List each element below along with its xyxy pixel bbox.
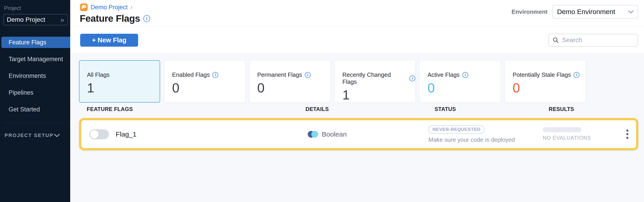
flag-stat-cards: All Flags 1 Enabled Flags i 0 Permanent … xyxy=(79,60,638,100)
card-label: Enabled Flags xyxy=(172,71,210,78)
sidebar-item-get-started[interactable]: Get Started xyxy=(0,104,70,115)
sidebar-divider xyxy=(4,123,66,123)
flag-results-cell: NO EVALUATIONS xyxy=(542,127,619,141)
breadcrumb-project-link[interactable]: Demo Project xyxy=(90,4,128,11)
boolean-type-icon xyxy=(308,131,318,138)
column-header-status: STATUS xyxy=(426,106,540,112)
page-title: Feature Flags xyxy=(80,13,140,24)
column-header-details: DETAILS xyxy=(306,106,426,112)
card-value: 1 xyxy=(342,87,415,102)
column-header-feature-flags: FEATURE FLAGS xyxy=(79,106,306,112)
project-setup-section[interactable]: PROJECT SETUP xyxy=(0,132,70,138)
project-label: Project xyxy=(4,5,70,11)
environment-picker: Environment Demo Environment xyxy=(512,5,638,18)
sidebar-item-environments[interactable]: Environments xyxy=(0,70,70,82)
card-value: 0 xyxy=(428,80,500,95)
info-icon[interactable]: i xyxy=(410,76,415,81)
project-setup-label: PROJECT SETUP xyxy=(4,132,54,138)
flag-details-cell: Boolean xyxy=(308,130,428,138)
table-row-flag-1[interactable]: Flag_1 Boolean NEVER-REQUESTED Make sure… xyxy=(79,118,638,150)
chevron-down-icon xyxy=(54,134,60,137)
sidebar-nav: Feature Flags Target Management Environm… xyxy=(0,37,70,120)
expand-projects-icon[interactable]: » xyxy=(60,16,64,23)
environment-select[interactable]: Demo Environment xyxy=(552,5,638,18)
sidebar-item-pipelines[interactable]: Pipelines xyxy=(0,87,70,98)
search-icon xyxy=(552,37,559,43)
info-icon[interactable]: i xyxy=(212,72,218,78)
environment-label: Environment xyxy=(512,8,548,16)
sidebar-item-label: Get Started xyxy=(8,106,40,113)
flag-type: Boolean xyxy=(322,130,347,138)
search-box xyxy=(548,34,638,47)
sidebar-item-label: Environments xyxy=(8,72,46,80)
status-badge: NEVER-REQUESTED xyxy=(428,126,484,134)
card-enabled-flags[interactable]: Enabled Flags i 0 xyxy=(164,60,245,102)
flag-name-cell: Flag_1 xyxy=(81,129,308,139)
card-active-flags[interactable]: Active Flags i 0 xyxy=(420,60,501,102)
toolbar: + New Flag xyxy=(70,27,644,54)
project-icon xyxy=(80,3,88,11)
flag-name[interactable]: Flag_1 xyxy=(116,130,136,138)
sidebar-item-label: Pipelines xyxy=(8,89,34,96)
new-flag-button[interactable]: + New Flag xyxy=(80,34,138,47)
info-icon[interactable]: i xyxy=(462,72,468,78)
sidebar-item-label: Feature Flags xyxy=(8,39,46,46)
card-label: Recently Changed Flags xyxy=(342,71,407,85)
sidebar-item-label: Target Management xyxy=(8,56,63,63)
status-note: Make sure your code is deployed xyxy=(428,136,542,143)
card-label: Active Flags xyxy=(428,71,460,78)
project-selector-value: Demo Project xyxy=(7,16,45,23)
title-info-icon[interactable]: i xyxy=(143,15,150,22)
row-options-menu-button[interactable] xyxy=(624,127,631,141)
card-recently-changed-flags[interactable]: Recently Changed Flags i 1 xyxy=(334,60,416,102)
card-label: Permanent Flags xyxy=(257,71,302,78)
project-selector[interactable]: Demo Project » xyxy=(3,14,68,25)
column-header-results: RESULTS xyxy=(540,106,616,112)
table-header: FEATURE FLAGS DETAILS STATUS RESULTS xyxy=(79,100,638,118)
environment-select-value: Demo Environment xyxy=(557,8,615,16)
info-icon[interactable]: i xyxy=(305,72,311,78)
content-area: All Flags 1 Enabled Flags i 0 Permanent … xyxy=(70,54,644,202)
toggle-knob xyxy=(90,130,99,139)
breadcrumb-separator-icon: › xyxy=(130,4,132,11)
card-value: 1 xyxy=(87,80,160,95)
card-potentially-stale-flags[interactable]: Potentially Stale Flags i 0 xyxy=(505,60,586,102)
card-value: 0 xyxy=(257,80,330,95)
info-icon[interactable]: i xyxy=(574,72,580,78)
card-permanent-flags[interactable]: Permanent Flags i 0 xyxy=(249,60,330,102)
flag-status-cell: NEVER-REQUESTED Make sure your code is d… xyxy=(428,125,542,143)
results-note: NO EVALUATIONS xyxy=(543,135,619,141)
evaluations-progress-bar xyxy=(543,127,581,132)
card-value: 0 xyxy=(513,80,586,95)
chevron-down-icon xyxy=(628,10,634,14)
sidebar: Project Demo Project » Feature Flags Tar… xyxy=(0,0,70,202)
card-value: 0 xyxy=(172,80,245,95)
sidebar-item-target-management[interactable]: Target Management xyxy=(0,54,70,65)
search-input[interactable] xyxy=(562,36,634,44)
flag-toggle[interactable] xyxy=(90,129,109,139)
page-header: Demo Project › Feature Flags i Environme… xyxy=(70,0,644,27)
main-area: Demo Project › Feature Flags i Environme… xyxy=(70,0,644,202)
sidebar-item-feature-flags[interactable]: Feature Flags xyxy=(1,37,70,48)
card-label: Potentially Stale Flags xyxy=(513,71,571,78)
card-label: All Flags xyxy=(87,71,110,78)
card-all-flags[interactable]: All Flags 1 xyxy=(79,60,160,102)
